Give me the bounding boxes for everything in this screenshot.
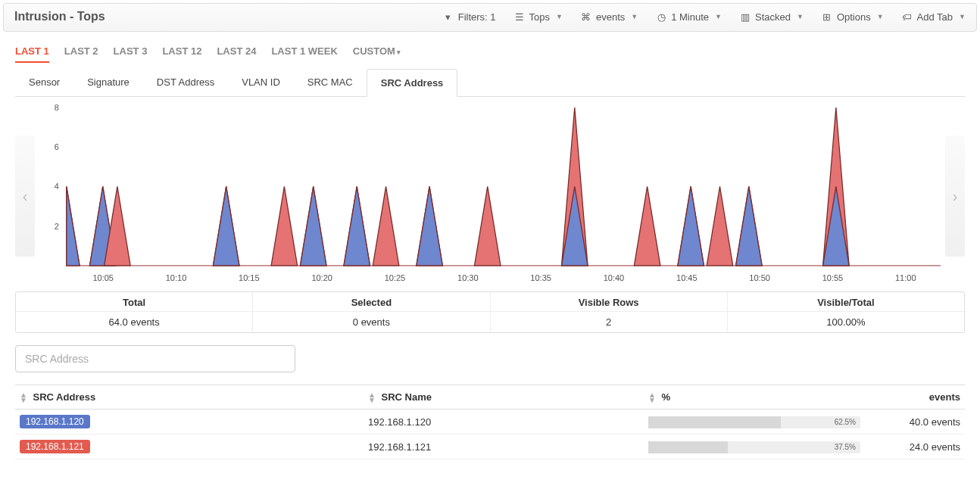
options-dropdown[interactable]: ⊞ Options ▼: [822, 11, 884, 23]
timerange-tab-last-3[interactable]: LAST 3: [114, 45, 148, 61]
pct-bar: 62.5%: [648, 416, 860, 428]
topbar-tools: ▾ Filters: 1 ☰ Tops ▼ ⌘ events ▼ ◷ 1 Min…: [443, 11, 966, 23]
list-icon: ☰: [514, 11, 525, 23]
events-cell: 40.0 events: [871, 410, 965, 434]
summary-rows-value: 2: [491, 312, 727, 332]
x-tick: 10:15: [213, 273, 286, 282]
src-name-cell: 192.168.1.120: [364, 410, 644, 434]
chevron-down-icon: ▼: [631, 13, 638, 20]
dimension-tab-dst-address[interactable]: DST Address: [143, 69, 228, 96]
clock-icon: ◷: [656, 11, 666, 23]
chevron-down-icon: ▼: [797, 13, 804, 20]
src-name-cell: 192.168.1.121: [364, 434, 644, 459]
dimension-tab-signature[interactable]: Signature: [73, 69, 143, 96]
svg-text:2: 2: [55, 222, 59, 231]
ip-badge[interactable]: 192.168.1.120: [20, 415, 90, 428]
tops-dropdown[interactable]: ☰ Tops ▼: [514, 11, 563, 23]
timerange-tabs: LAST 1LAST 2LAST 3LAST 12LAST 24LAST 1 W…: [15, 32, 965, 69]
summary-rows-label: Visible Rows: [491, 292, 727, 312]
granularity-dropdown[interactable]: ◷ 1 Minute ▼: [656, 11, 722, 23]
funnel-icon: ▾: [443, 11, 454, 23]
x-tick: 10:45: [651, 273, 723, 282]
granularity-label: 1 Minute: [671, 11, 709, 23]
col-src-name[interactable]: ▲▼ SRC Name: [364, 385, 644, 410]
col-events-label: events: [929, 391, 960, 403]
summary-ratio-value: 100.00%: [728, 312, 964, 332]
chevron-down-icon: ▼: [877, 13, 884, 20]
events-dropdown[interactable]: ⌘ events ▼: [581, 11, 638, 23]
dimension-tabs: SensorSignatureDST AddressVLAN IDSRC MAC…: [15, 69, 965, 97]
filters-label: Filters: 1: [458, 11, 496, 23]
table-row[interactable]: 192.168.1.121 192.168.1.121 37.5% 24.0 e…: [15, 434, 965, 459]
chevron-down-icon: ▼: [959, 13, 966, 20]
col-pct-label: %: [662, 391, 671, 403]
col-src-address-label: SRC Address: [33, 391, 96, 403]
chevron-down-icon: ▼: [715, 13, 722, 20]
sort-icon: ▲▼: [368, 392, 376, 403]
x-tick: 11:00: [869, 273, 942, 282]
x-tick: 10:55: [796, 273, 869, 282]
col-src-name-label: SRC Name: [382, 391, 432, 403]
summary-ratio-label: Visible/Total: [728, 292, 964, 312]
chart-prev-button[interactable]: ‹: [15, 135, 35, 257]
svg-text:4: 4: [55, 182, 59, 191]
col-src-address[interactable]: ▲▼ SRC Address: [15, 385, 364, 410]
grid-icon: ⊞: [822, 11, 832, 23]
tag-icon: 🏷: [902, 11, 913, 23]
dimension-tab-src-address[interactable]: SRC Address: [367, 69, 458, 97]
x-tick: 10:10: [139, 273, 212, 282]
dimension-tab-sensor[interactable]: Sensor: [15, 69, 73, 96]
options-label: Options: [837, 11, 871, 23]
stacked-dropdown[interactable]: ▥ Stacked ▼: [740, 11, 804, 23]
summary-ratio: Visible/Total 100.00%: [728, 292, 964, 332]
x-tick: 10:50: [723, 273, 796, 282]
pct-bar: 37.5%: [648, 441, 860, 453]
pct-label: 37.5%: [835, 441, 856, 453]
events-label: events: [596, 11, 625, 23]
add-tab-button[interactable]: 🏷 Add Tab ▼: [902, 11, 966, 23]
summary-row: Total 64.0 events Selected 0 events Visi…: [15, 291, 965, 333]
results-table: ▲▼ SRC Address ▲▼ SRC Name ▲▼ % events 1…: [15, 385, 965, 460]
sort-icon: ▲▼: [20, 392, 27, 403]
chevron-down-icon: ▼: [556, 13, 563, 20]
x-tick: 10:20: [286, 273, 358, 282]
tops-label: Tops: [529, 11, 550, 23]
summary-total-label: Total: [16, 292, 252, 312]
timerange-tab-last-1-week[interactable]: LAST 1 WEEK: [271, 45, 337, 61]
src-address-filter-input[interactable]: [15, 345, 295, 372]
timerange-tab-custom[interactable]: CUSTOM ▾: [353, 45, 401, 61]
x-tick: 10:30: [432, 273, 504, 282]
page-title: Intrusion - Tops: [14, 10, 105, 23]
timerange-tab-last-24[interactable]: LAST 24: [217, 45, 256, 61]
summary-rows: Visible Rows 2: [491, 292, 728, 332]
filters-button[interactable]: ▾ Filters: 1: [443, 11, 496, 23]
sort-icon: ▲▼: [648, 392, 656, 403]
svg-text:6: 6: [55, 142, 59, 151]
timerange-tab-last-12[interactable]: LAST 12: [162, 45, 201, 61]
chart-next-button[interactable]: ›: [945, 135, 965, 257]
dimension-tab-src-mac[interactable]: SRC MAC: [294, 69, 367, 96]
ip-badge[interactable]: 192.168.1.121: [20, 440, 90, 453]
dashboard-icon: ⌘: [581, 11, 591, 23]
table-row[interactable]: 192.168.1.120 192.168.1.120 62.5% 40.0 e…: [15, 410, 965, 434]
col-pct[interactable]: ▲▼ %: [644, 385, 871, 410]
timerange-tab-last-2[interactable]: LAST 2: [64, 45, 98, 61]
summary-total: Total 64.0 events: [16, 292, 253, 332]
chart-area: ‹ 2468 10:0510:1010:1510:2010:2510:3010:…: [15, 101, 965, 291]
summary-total-value: 64.0 events: [16, 312, 252, 332]
svg-text:8: 8: [55, 104, 59, 112]
x-tick: 10:05: [67, 273, 139, 282]
topbar: Intrusion - Tops ▾ Filters: 1 ☰ Tops ▼ ⌘…: [3, 3, 977, 32]
timerange-tab-last-1[interactable]: LAST 1: [15, 45, 49, 61]
stacked-label: Stacked: [755, 11, 791, 23]
chart[interactable]: 2468 10:0510:1010:1510:2010:2510:3010:35…: [35, 101, 945, 291]
x-tick: 10:40: [577, 273, 650, 282]
events-cell: 24.0 events: [871, 434, 965, 459]
x-tick: 10:35: [504, 273, 577, 282]
summary-selected: Selected 0 events: [253, 292, 490, 332]
col-events[interactable]: events: [871, 385, 965, 410]
summary-selected-value: 0 events: [253, 312, 489, 332]
pct-label: 62.5%: [835, 416, 856, 428]
summary-selected-label: Selected: [253, 292, 489, 312]
dimension-tab-vlan-id[interactable]: VLAN ID: [228, 69, 294, 96]
